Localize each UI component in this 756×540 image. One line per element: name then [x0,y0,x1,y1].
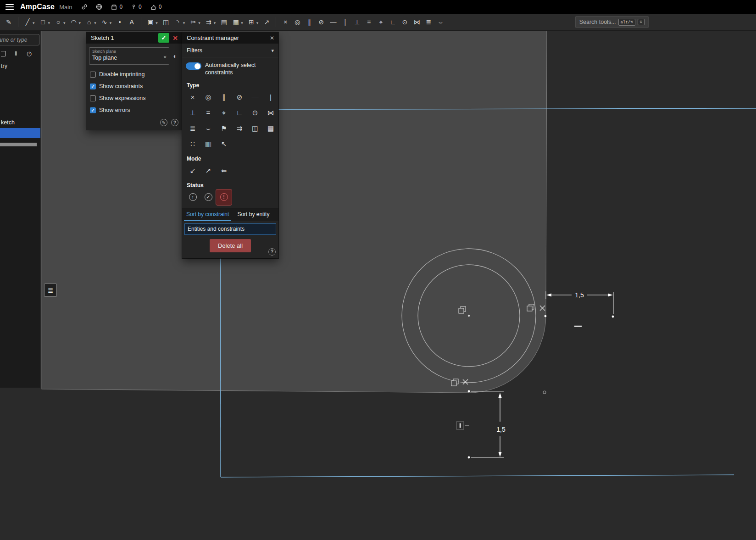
checkbox[interactable] [90,72,96,78]
close-icon[interactable] [267,33,277,43]
help-icon[interactable] [268,248,276,256]
constraint-manager-titlebar[interactable]: Constraint manager [182,32,278,44]
feature-item-geometry[interactable]: try [0,63,40,69]
circular-pattern-constraint-icon[interactable]: ∷ [185,136,200,152]
arc-tool[interactable]: ◠ [68,16,83,28]
chevron-down-icon[interactable] [183,18,185,26]
pierce-constraint-icon[interactable]: ⊙ [247,105,263,121]
chevron-down-icon[interactable] [79,18,81,26]
horizontal-constraint-icon[interactable]: — [247,89,263,105]
curvature-constraint-icon[interactable]: ⌣ [200,121,216,136]
fix-constraint-icon[interactable]: ⚑ [216,121,232,136]
equal-constraint-icon[interactable]: = [200,105,216,121]
perpendicular-constraint-tool[interactable]: ⊥ [351,16,363,28]
line-tool[interactable]: ╱ [22,16,37,28]
sketch-dialog-titlebar[interactable]: Sketch 1 [86,32,182,44]
horizontal-constraint-tool[interactable]: — [327,16,339,28]
filters-dropdown[interactable]: Filters [182,44,278,57]
parallel-constraint-tool[interactable]: ∥ [303,16,315,28]
confirm-sketch-button[interactable] [158,33,169,43]
perpendicular-constraint-icon[interactable]: ⊥ [185,105,200,121]
sketch-plane-field[interactable]: Sketch plane Top plane [89,47,169,65]
chevron-down-icon[interactable] [214,18,216,26]
parallel-constraint-icon[interactable]: ∥ [216,89,232,105]
use-project-tool[interactable]: ▣ [145,16,160,28]
cancel-sketch-button[interactable] [170,33,180,43]
equal-constraint-tool[interactable]: = [363,16,375,28]
main-menu-button[interactable] [6,4,14,10]
back-mode-icon[interactable]: ⇐ [216,163,232,178]
suppress-icon[interactable]: ‖ [15,50,17,57]
import-dxf-dwg-tool[interactable]: ⊞ [245,16,261,28]
versions-counter[interactable]: 0 [109,4,124,11]
pattern-constraint-icon[interactable]: ▦ [263,121,278,136]
history-icon[interactable]: ◷ [27,50,32,57]
vertical-constraint-tool[interactable]: | [339,16,351,28]
rectangle-tool[interactable]: □ [37,16,53,28]
tangent-constraint-tool[interactable]: ⊘ [315,16,327,28]
offset-constraint-icon[interactable]: ⇉ [232,121,247,136]
followers-counter[interactable]: 0 [129,4,144,11]
concentric-constraint-icon[interactable]: ◎ [200,89,216,105]
sketch-option-row[interactable]: Show errors [86,104,182,116]
chevron-down-icon[interactable] [48,18,50,26]
pierce-constraint-tool[interactable]: ⊙ [399,16,411,28]
normal-constraint-icon[interactable]: ∟ [232,105,247,121]
mirror-tool[interactable]: ◫ [160,16,172,28]
sketch-option-row[interactable]: Disable imprinting [86,68,182,80]
equal-spacing-constraint-icon[interactable]: ≣ [185,121,200,136]
share-link-icon[interactable] [79,2,89,12]
sketch-entity-list-button[interactable] [44,284,57,297]
reference-point[interactable] [543,391,546,394]
public-globe-icon[interactable] [94,2,104,12]
show-constrained-mode-icon[interactable]: ↙ [185,163,200,178]
checkbox[interactable] [90,107,96,113]
checkbox[interactable] [90,95,96,101]
concentric-constraint-tool[interactable]: ◎ [291,16,303,28]
offset-tool[interactable]: ⇉ [203,16,218,28]
midpoint-constraint-icon[interactable]: ⌖ [216,105,232,121]
coincident-constraint-tool[interactable]: × [279,16,291,28]
checkbox[interactable] [90,84,96,89]
circle-tool[interactable]: ○ [52,16,68,28]
slot-tool[interactable]: ▤ [218,16,230,28]
panel-scrollbar[interactable] [0,143,37,146]
fillet-tool[interactable]: ◝ [172,16,188,28]
symmetric-constraint-tool[interactable]: ⋈ [411,16,422,28]
dimension-height[interactable]: 1,5 [468,390,506,459]
sort-tab[interactable]: Sort by entity [233,208,273,221]
sketch-line-bottom[interactable] [221,475,734,477]
selected-feature-row[interactable] [0,128,40,138]
point-tool[interactable]: • [114,16,126,28]
circle-center-point[interactable] [468,315,470,317]
normal-constraint-tool[interactable]: ∟ [387,16,399,28]
chevron-down-icon[interactable] [156,18,158,26]
chevron-down-icon[interactable] [256,18,259,26]
chevron-down-icon[interactable] [198,18,200,26]
show-unconstrained-mode-icon[interactable]: ↗ [200,163,216,178]
likes-counter[interactable]: 0 [148,4,164,11]
search-tools-box[interactable]: Search tools... alt/⌥ c [575,16,649,28]
fully-constrained-status-icon[interactable]: ✓ [200,189,216,205]
mirror-constraint-icon[interactable]: ◫ [247,121,263,136]
face-corner-point[interactable] [545,315,547,317]
under-constrained-status-icon[interactable]: ↑ [185,189,200,205]
chevron-down-icon[interactable] [94,18,96,26]
feature-item-sketch[interactable]: ketch [0,119,40,126]
sketch-option-row[interactable]: Show expressions [86,92,182,104]
clear-plane-icon[interactable] [163,54,167,60]
text-tool[interactable]: A [126,16,138,28]
help-icon[interactable] [171,119,178,126]
polygon-tool[interactable]: ⌂ [83,16,99,28]
feature-filter-input[interactable] [0,34,39,45]
sketch-tool[interactable]: ✎ [3,16,15,28]
vertical-constraint-badge[interactable] [456,422,464,429]
trim-tool[interactable]: ✂ [187,16,203,28]
sketch-option-row[interactable]: Show constraints [86,80,182,92]
tangent-constraint-icon[interactable]: ⊘ [232,89,247,105]
symmetric-constraint-icon[interactable]: ⋈ [263,105,278,121]
pattern-tool[interactable]: ▦ [230,16,245,28]
sort-tab[interactable]: Sort by constraint [182,208,233,221]
measure-tool[interactable]: ↗ [261,16,272,28]
chevron-down-icon[interactable] [241,18,243,26]
